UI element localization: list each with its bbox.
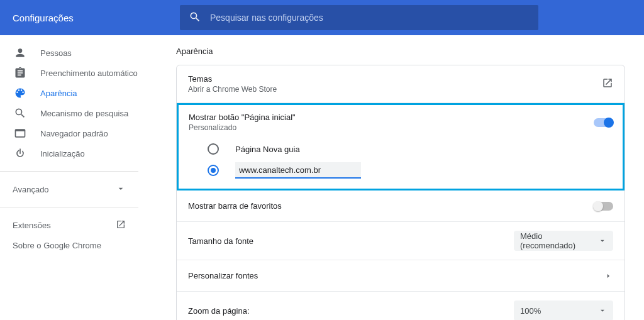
about-label: Sobre o Google Chrome: [13, 241, 101, 250]
font-size-select[interactable]: Médio (recomendado): [514, 231, 613, 251]
sidebar-item-appearance[interactable]: Aparência: [0, 83, 157, 103]
font-size-label: Tamanho da fonte: [188, 236, 253, 246]
row-customize-fonts[interactable]: Personalizar fontes: [177, 260, 625, 292]
row-page-zoom: Zoom da página: 100%: [177, 292, 625, 320]
row-themes[interactable]: Temas Abrir a Chrome Web Store: [177, 65, 625, 103]
sidebar-item-startup[interactable]: Inicialização: [0, 143, 157, 163]
sidebar-item-label: Inicialização: [40, 149, 85, 158]
home-button-radio-group: Página Nova guia: [189, 138, 613, 181]
chevron-right-icon: [603, 271, 613, 281]
themes-label: Temas: [188, 74, 277, 84]
sidebar-item-people[interactable]: Pessoas: [0, 43, 157, 63]
divider: [0, 207, 138, 207]
radio-circle-icon: [208, 143, 219, 155]
search-icon: [180, 11, 210, 25]
sidebar-item-autofill[interactable]: Preenchimento automático: [0, 63, 157, 83]
appearance-card: Temas Abrir a Chrome Web Store Mostrar b…: [176, 65, 625, 320]
sidebar-item-label: Navegador padrão: [40, 129, 108, 138]
bookmarks-bar-toggle[interactable]: [594, 202, 613, 211]
sidebar-item-default-browser[interactable]: Navegador padrão: [0, 123, 157, 143]
open-external-icon: [116, 219, 126, 231]
header: Configurações: [0, 0, 644, 35]
sidebar-item-extensions[interactable]: Extensões: [0, 215, 138, 235]
page-zoom-value: 100%: [520, 306, 541, 316]
search-input[interactable]: [210, 13, 538, 23]
sidebar-item-label: Preenchimento automático: [40, 69, 138, 78]
row-bookmarks-bar: Mostrar barra de favoritos: [177, 190, 625, 222]
customize-fonts-label: Personalizar fontes: [188, 271, 258, 280]
page-zoom-select[interactable]: 100%: [514, 301, 613, 320]
home-button-toggle[interactable]: [594, 118, 613, 127]
open-external-icon: [602, 77, 613, 91]
radio-new-tab[interactable]: Página Nova guia: [208, 138, 613, 160]
extensions-label: Extensões: [13, 221, 51, 230]
sidebar-item-label: Aparência: [40, 89, 77, 98]
chevron-down-icon: [116, 184, 126, 196]
sidebar-item-label: Pessoas: [40, 48, 72, 58]
home-button-sub: Personalizado: [189, 123, 296, 132]
themes-sub: Abrir a Chrome Web Store: [188, 85, 277, 94]
page-zoom-label: Zoom da página:: [188, 306, 250, 316]
divider: [0, 171, 138, 172]
person-icon: [14, 47, 26, 59]
sidebar-item-about[interactable]: Sobre o Google Chrome: [0, 235, 157, 255]
sidebar: Pessoas Preenchimento automático Aparênc…: [0, 35, 157, 320]
advanced-toggle[interactable]: Avançado: [0, 179, 138, 199]
sidebar-item-label: Mecanismo de pesquisa: [40, 109, 128, 118]
row-font-size: Tamanho da fonte Médio (recomendado): [177, 222, 625, 260]
browser-icon: [14, 127, 26, 140]
font-size-value: Médio (recomendado): [520, 231, 598, 250]
section-title-appearance: Aparência: [176, 47, 625, 56]
radio-new-tab-label: Página Nova guia: [235, 145, 300, 154]
radio-custom-url[interactable]: [208, 160, 613, 181]
home-button-label: Mostrar botão "Página inicial": [189, 113, 296, 122]
chevron-down-icon: [598, 306, 607, 315]
custom-url-input[interactable]: [235, 162, 361, 179]
main-content: Aparência Temas Abrir a Chrome Web Store…: [157, 35, 644, 320]
chevron-down-icon: [598, 236, 607, 245]
sidebar-item-search-engine[interactable]: Mecanismo de pesquisa: [0, 103, 157, 123]
page-title: Configurações: [0, 13, 180, 23]
clipboard-icon: [14, 67, 26, 79]
bookmarks-bar-label: Mostrar barra de favoritos: [188, 201, 282, 211]
search-bar[interactable]: [180, 5, 538, 30]
power-icon: [14, 147, 26, 160]
advanced-label: Avançado: [13, 185, 49, 194]
row-home-button: Mostrar botão "Página inicial" Personali…: [177, 103, 625, 190]
radio-circle-icon: [208, 165, 219, 176]
search-icon: [14, 107, 26, 119]
palette-icon: [14, 87, 26, 99]
